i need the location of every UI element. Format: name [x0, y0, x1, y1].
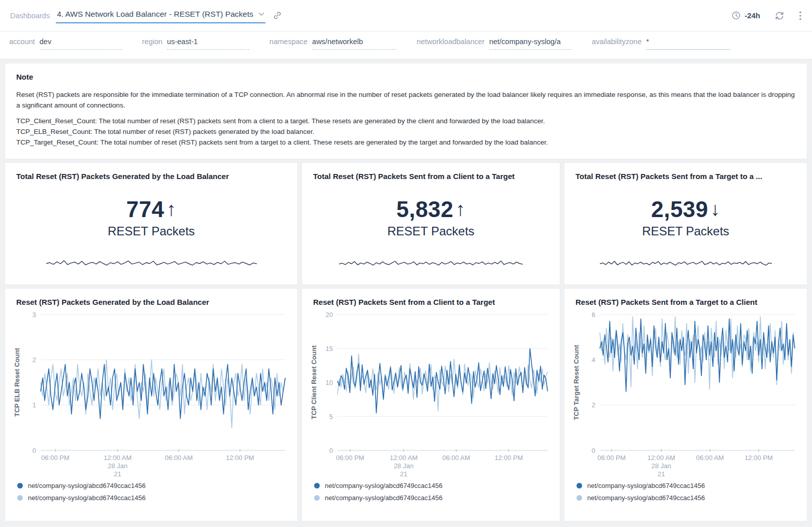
- note-definitions: TCP_Client_Reset_Count: The total number…: [16, 116, 796, 148]
- svg-text:06:00 PM: 06:00 PM: [597, 454, 626, 462]
- note-title: Note: [16, 73, 796, 81]
- link-icon[interactable]: [273, 11, 282, 20]
- legend-dot: [577, 495, 582, 501]
- chart-legend: net/company-syslog/abcd6749ccac1456 net/…: [314, 482, 553, 502]
- line-chart[interactable]: TCP ELB Reset Count 012306:00 PM12:00 AM…: [12, 309, 290, 477]
- line-chart[interactable]: TCP Client Reset Count 0510152006:00 PM1…: [309, 309, 553, 477]
- note-panel: Note Reset (RST) packets are responsible…: [5, 63, 807, 159]
- svg-text:12:00 AM: 12:00 AM: [104, 454, 131, 462]
- chart-legend: net/company-syslog/abcd6749ccac1456 net/…: [17, 482, 290, 502]
- chart-panel-client: Reset (RST) Packets Sent from a Client t…: [302, 289, 560, 521]
- svg-text:06:00 PM: 06:00 PM: [41, 454, 70, 462]
- legend-item[interactable]: net/company-syslog/abcd6749ccac1456: [314, 494, 553, 502]
- svg-text:21: 21: [658, 470, 665, 477]
- svg-text:06:00 AM: 06:00 AM: [696, 454, 724, 462]
- refresh-button[interactable]: [774, 11, 785, 21]
- top-bar: Dashboards 4. AWS Network Load Balancer …: [0, 0, 812, 31]
- svg-text:15: 15: [326, 345, 333, 353]
- svg-text:06:00 AM: 06:00 AM: [165, 454, 193, 462]
- chart-legend: net/company-syslog/abcd6749ccac1456 net/…: [577, 482, 800, 502]
- legend-item[interactable]: net/company-syslog/abcd6749ccac1456: [17, 494, 290, 502]
- filter-label: availabilityzone: [592, 38, 641, 46]
- svg-text:06:00 AM: 06:00 AM: [442, 454, 470, 462]
- stat-panel-target: Total Reset (RST) Packets Sent from a Ta…: [564, 163, 807, 285]
- clock-icon: [731, 11, 741, 20]
- filter-value-input[interactable]: us-east-1: [167, 38, 249, 50]
- legend-item[interactable]: net/company-syslog/abcd6749ccac1456: [577, 482, 800, 489]
- stats-row: Total Reset (RST) Packets Generated by t…: [5, 163, 807, 285]
- stat-panel-elb: Total Reset (RST) Packets Generated by t…: [5, 163, 297, 285]
- panel-title: Reset (RST) Packets Sent from a Target t…: [571, 298, 800, 306]
- filter-availabilityzone: availabilityzone *: [592, 38, 730, 50]
- time-range-value: -24h: [745, 11, 760, 20]
- panel-title: Total Reset (RST) Packets Sent from a Ta…: [576, 172, 796, 181]
- filter-value-input[interactable]: *: [646, 38, 730, 50]
- filter-value-input[interactable]: aws/networkelb: [312, 38, 396, 50]
- svg-text:12:00 PM: 12:00 PM: [495, 454, 523, 462]
- legend-dot: [577, 483, 582, 488]
- svg-text:28 Jan: 28 Jan: [651, 462, 671, 470]
- y-axis-title: TCP ELB Reset Count: [13, 314, 21, 450]
- note-line: TCP_Client_Reset_Count: The total number…: [16, 116, 796, 126]
- trend-up-icon: ↑: [456, 198, 466, 220]
- filter-label: region: [142, 38, 162, 46]
- svg-text:28 Jan: 28 Jan: [108, 462, 127, 470]
- svg-text:20: 20: [326, 311, 333, 319]
- svg-text:21: 21: [400, 470, 407, 477]
- stat-unit: RESET Packets: [642, 224, 729, 238]
- panel-title: Total Reset (RST) Packets Sent from a Cl…: [313, 172, 549, 181]
- sparkline-chart: [600, 254, 772, 268]
- svg-text:1: 1: [32, 401, 36, 409]
- svg-text:2: 2: [32, 356, 36, 364]
- legend-dot: [314, 495, 320, 501]
- legend-item[interactable]: net/company-syslog/abcd6749ccac1456: [577, 494, 800, 502]
- panel-title: Reset (RST) Packets Generated by the Loa…: [12, 298, 290, 306]
- time-range-button[interactable]: -24h: [731, 11, 760, 20]
- stat-panel-client: Total Reset (RST) Packets Sent from a Cl…: [302, 163, 560, 285]
- breadcrumb[interactable]: Dashboards: [10, 12, 50, 20]
- header-actions: -24h: [731, 11, 802, 21]
- chart-panel-elb: Reset (RST) Packets Generated by the Loa…: [5, 289, 297, 521]
- legend-item[interactable]: net/company-syslog/abcd6749ccac1456: [17, 482, 290, 489]
- filter-label: networkloadbalancer: [417, 38, 485, 46]
- filter-networkloadbalancer: networkloadbalancer net/company-syslog/a: [417, 38, 571, 50]
- filter-account: account dev: [9, 38, 122, 50]
- stat-value: 2,539↓: [651, 197, 720, 222]
- dashboard-title-dropdown[interactable]: 4. AWS Network Load Balancer - RESET (RS…: [56, 8, 265, 23]
- svg-text:0: 0: [32, 447, 36, 454]
- legend-dot: [17, 483, 23, 488]
- filter-namespace: namespace aws/networkelb: [269, 38, 396, 50]
- stat-value: 5,832↑: [396, 197, 465, 222]
- svg-text:12:00 AM: 12:00 AM: [647, 454, 675, 462]
- dashboard-content: Note Reset (RST) packets are responsible…: [0, 59, 812, 525]
- trend-up-icon: ↑: [166, 198, 177, 220]
- svg-text:28 Jan: 28 Jan: [394, 462, 414, 470]
- panel-title: Total Reset (RST) Packets Generated by t…: [16, 172, 286, 181]
- filter-label: namespace: [269, 38, 308, 46]
- chevron-down-icon: [258, 12, 264, 16]
- y-axis-title: TCP Target Reset Count: [572, 314, 580, 450]
- svg-text:0: 0: [592, 447, 595, 454]
- sparkline-chart: [46, 254, 257, 268]
- svg-text:06:00 PM: 06:00 PM: [336, 454, 364, 462]
- page-title: 4. AWS Network Load Balancer - RESET (RS…: [57, 10, 253, 19]
- svg-text:3: 3: [32, 311, 36, 319]
- legend-item[interactable]: net/company-syslog/abcd6749ccac1456: [314, 482, 553, 489]
- legend-dot: [17, 495, 23, 501]
- filter-value-input[interactable]: net/company-syslog/a: [489, 38, 571, 50]
- y-axis-title: TCP Client Reset Count: [310, 314, 318, 450]
- line-chart[interactable]: TCP Target Reset Count 024606:00 PM12:00…: [571, 309, 800, 477]
- panel-title: Reset (RST) Packets Sent from a Client t…: [309, 298, 553, 306]
- legend-dot: [314, 483, 320, 488]
- filter-value-input[interactable]: dev: [40, 38, 122, 50]
- charts-row: Reset (RST) Packets Generated by the Loa…: [5, 289, 807, 521]
- kebab-menu-button[interactable]: [799, 11, 802, 21]
- svg-text:21: 21: [114, 470, 121, 477]
- svg-text:6: 6: [592, 311, 595, 319]
- note-paragraph: Reset (RST) packets are responsible for …: [16, 89, 796, 111]
- svg-text:2: 2: [592, 401, 595, 409]
- svg-text:4: 4: [592, 356, 595, 364]
- svg-text:0: 0: [329, 447, 333, 454]
- note-line: TCP_Target_Reset_Count: The total number…: [16, 137, 796, 148]
- filter-region: region us-east-1: [142, 38, 249, 50]
